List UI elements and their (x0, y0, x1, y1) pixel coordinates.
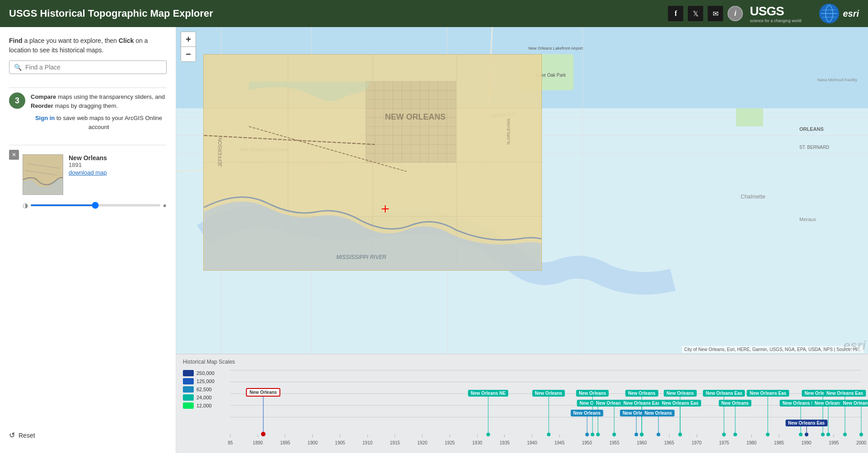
timeline-drop-line (735, 407, 735, 434)
timeline-map-chip[interactable]: New Orleans (532, 390, 565, 397)
esri-logo-group: esri (810, 4, 859, 23)
divider-2 (9, 145, 167, 145)
timeline-drop-line (680, 407, 681, 434)
header: USGS Historical Topographic Map Explorer… (0, 0, 868, 27)
year-axis-label: 1925 (445, 440, 455, 445)
year-axis-label: 1950 (582, 440, 592, 445)
timeline-inner: 8518901895190019051910191519201925193019… (230, 365, 861, 446)
zoom-in-button[interactable]: + (181, 32, 196, 46)
step3-description: Compare maps using the transparency slid… (31, 92, 167, 131)
transparency-slider[interactable] (30, 204, 161, 206)
year-tick (669, 435, 669, 437)
timeline-h-line (230, 417, 861, 417)
map-thumbnail (23, 154, 63, 195)
esri-text: esri (843, 9, 859, 19)
year-axis-label: 1920 (417, 440, 427, 445)
timeline-map-chip[interactable]: New Orleans (246, 388, 281, 397)
email-icon: ✉ (713, 9, 719, 18)
twitter-button[interactable]: 𝕏 (688, 6, 703, 21)
selected-timeline-dot (261, 432, 266, 436)
year-axis-label: 1895 (280, 440, 290, 445)
timeline-map-chip[interactable]: New Orleans NE (468, 390, 508, 397)
timeline-map-chip[interactable]: New Orleans Eas (621, 400, 663, 407)
timeline-drop-line (488, 397, 488, 434)
timeline-map-chip[interactable]: New Orleans Eas (785, 420, 827, 426)
step1-description: Find a place you want to explore, then C… (9, 36, 167, 55)
scale-color-24k (183, 394, 194, 401)
zoom-out-button[interactable]: − (181, 47, 196, 61)
svg-text:JEFFERSON: JEFFERSON (217, 138, 223, 167)
scale-label-125k: 125,000 (196, 379, 215, 384)
svg-text:N.ORLEANS: N.ORLEANS (506, 118, 511, 144)
app-title: USGS Historical Topographic Map Explorer (9, 8, 668, 19)
year-tick (257, 435, 258, 437)
scale-item-62k: 62,500 (183, 386, 215, 393)
email-button[interactable]: ✉ (708, 6, 723, 21)
year-axis-label: 1905 (335, 440, 345, 445)
timeline-map-chip[interactable]: New Orleans Eas (747, 390, 789, 397)
scale-item-125k: 125,000 (183, 378, 215, 384)
timeline-map-chip[interactable]: New Orleans Eas (703, 390, 745, 397)
reset-button[interactable]: ↺ Reset (9, 426, 167, 444)
svg-rect-18 (736, 108, 763, 126)
timeline-map-chip[interactable]: New Orleans Eas (840, 400, 868, 407)
scale-label-62k: 62,500 (196, 387, 212, 392)
facebook-button[interactable]: f (668, 6, 683, 21)
year-axis-label: 1985 (774, 440, 784, 445)
year-tick (751, 435, 752, 437)
year-axis-label: 1915 (390, 440, 400, 445)
year-axis-label: 2000 (856, 440, 866, 445)
map-info: New Orleans 1891 download map (69, 154, 167, 176)
map-card: ✕ New Orleans 1891 download map (9, 150, 167, 199)
year-tick (367, 435, 368, 437)
svg-text:NEW ORLEANS: NEW ORLEANS (385, 112, 445, 121)
timeline-map-chip[interactable]: New Orleans Eas (824, 390, 866, 397)
crosshair-vertical (385, 205, 386, 213)
thumbnail-image (23, 155, 63, 194)
year-tick (559, 435, 560, 437)
divider-1 (9, 88, 167, 88)
timeline-map-chip[interactable]: New Orleans (664, 390, 697, 397)
map-area[interactable]: Lake Oak Park New Orleans Lakefront Airp… (176, 27, 868, 453)
slider-left-icon: ◑ (23, 202, 28, 209)
svg-text:MISSISSIPPI RIVER: MISSISSIPPI RIVER (336, 254, 387, 260)
year-axis-label: 1975 (719, 440, 729, 445)
timeline-map-chip[interactable]: New Orleans Eas (659, 400, 701, 407)
year-axis-label: 1965 (664, 440, 674, 445)
scale-item-12k: 12,000 (183, 402, 215, 409)
timeline-map-chip[interactable]: New Orleans (625, 390, 658, 397)
step3-circle: 3 (9, 92, 25, 109)
timeline-map-chip[interactable]: New Orleans (719, 400, 751, 407)
search-input[interactable] (25, 64, 162, 71)
info-button[interactable]: i (728, 6, 743, 21)
year-axis-label: 1990 (801, 440, 811, 445)
usgs-logo: USGS science for a changing world (750, 4, 801, 23)
sign-in-link[interactable]: Sign in (35, 115, 55, 121)
transparency-slider-row: ◑ ● (9, 202, 167, 209)
timeline-map-chip[interactable]: New Orleans (642, 410, 675, 416)
scale-item-24k: 24,000 (183, 394, 215, 401)
year-axis-label: 1970 (691, 440, 701, 445)
timeline-drop-line (806, 426, 807, 434)
timeline-drop-line (828, 407, 829, 434)
timeline-drop-line (548, 397, 549, 434)
sidebar: Find a place you want to explore, then C… (0, 27, 176, 453)
scale-color-12k (183, 402, 194, 409)
timeline-map-chip[interactable]: New Orleans (570, 410, 603, 416)
sign-in-block: Sign in to save web maps to your ArcGIS … (31, 114, 167, 131)
search-icon: 🔍 (14, 64, 22, 71)
close-map-button[interactable]: ✕ (9, 150, 19, 160)
scale-color-62k (183, 386, 194, 393)
year-tick (532, 435, 532, 437)
timeline-map-chip[interactable]: New Orleans (576, 390, 609, 397)
info-icon: i (734, 9, 736, 18)
year-tick (834, 435, 834, 437)
year-tick (230, 435, 231, 437)
year-axis-label: 1935 (499, 440, 509, 445)
year-axis-label: 1945 (555, 440, 565, 445)
year-axis-label: 1980 (747, 440, 756, 445)
timeline-h-line (230, 382, 861, 382)
scale-legend: 250,000 125,000 62,500 24,000 12,000 (183, 370, 215, 409)
download-map-link[interactable]: download map (69, 169, 107, 176)
scale-label-24k: 24,000 (196, 395, 212, 400)
